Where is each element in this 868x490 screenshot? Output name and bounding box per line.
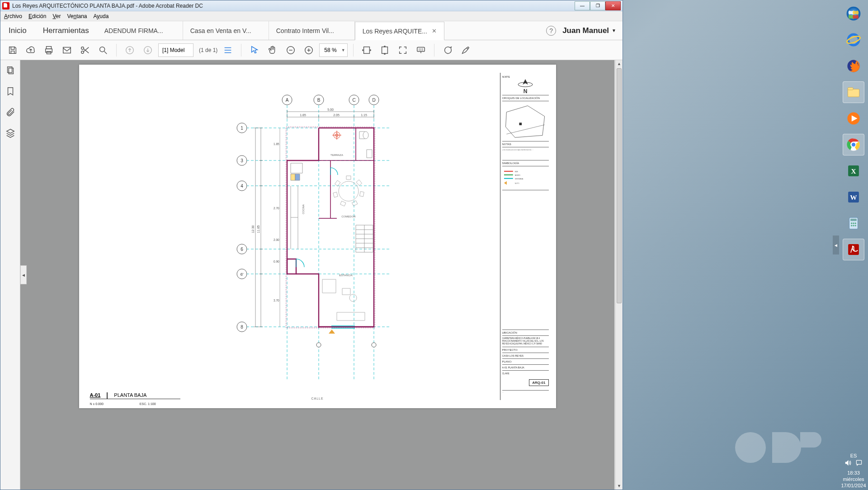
scissors-icon[interactable] <box>77 42 93 58</box>
scroll-up-icon[interactable]: ▲ <box>616 60 623 67</box>
excel-icon[interactable]: X <box>843 160 864 182</box>
menu-edicion[interactable]: Edición <box>28 13 46 19</box>
fit-width-icon[interactable] <box>359 42 374 58</box>
title-bar[interactable]: Los Reyes ARQUITECTÓNICO PLANTA BAJA.pdf… <box>0 0 623 11</box>
zoom-out-icon[interactable] <box>283 42 298 58</box>
tray-date[interactable]: 17/01/2024 <box>841 483 866 488</box>
menu-ayuda[interactable]: Ayuda <box>93 13 108 19</box>
title-block-filler <box>502 192 549 330</box>
search-icon[interactable] <box>95 42 111 58</box>
title-block-footer: ··· <box>502 390 549 398</box>
tab-casa-venta[interactable]: Casa en Venta en V... <box>183 21 269 40</box>
location-title: CROQUIS DE LOCALIZACIÓN <box>502 97 549 101</box>
svg-text:VENTANA: VENTANA <box>514 178 523 180</box>
watermark-logo <box>732 416 832 472</box>
zoom-select[interactable]: 58 %▼ <box>319 43 347 57</box>
proyecto-text: CASA LOS REYES <box>502 354 549 359</box>
tab-label: Casa en Venta en V... <box>190 27 251 34</box>
tab-contrato[interactable]: Contrato Interm Vil... <box>269 21 355 40</box>
fullscreen-icon[interactable] <box>395 42 410 58</box>
collapse-left-rail[interactable]: ◄ <box>20 265 27 284</box>
page-indicator[interactable] <box>158 43 193 57</box>
start-orb[interactable] <box>843 3 864 24</box>
svg-point-22 <box>855 225 856 226</box>
svg-rect-120 <box>291 163 302 173</box>
svg-text:COCINA: COCINA <box>302 204 305 214</box>
viewport[interactable]: A B C D 1 3 4 6 6' 8 <box>20 60 614 490</box>
svg-text:B: B <box>317 98 320 103</box>
svg-text:C: C <box>352 98 355 103</box>
home-row: Inicio Herramientas ADENDUM FIRMA... Cas… <box>0 21 623 40</box>
svg-text:A: A <box>285 98 288 103</box>
svg-rect-45 <box>382 47 387 53</box>
north-compass: NORTE N <box>502 75 549 95</box>
word-icon[interactable]: W <box>843 186 864 208</box>
left-rail <box>0 60 20 490</box>
menu-bar: Archivo Edición Ver Ventana Ayuda <box>0 11 623 21</box>
mail-icon[interactable] <box>59 42 75 58</box>
attachments-panel-icon[interactable] <box>5 107 15 119</box>
media-player-icon[interactable] <box>843 108 864 129</box>
user-menu[interactable]: Juan Manuel▼ <box>562 26 623 35</box>
tray-lang[interactable]: ES <box>850 453 857 458</box>
cloud-upload-icon[interactable] <box>23 42 38 58</box>
clave-label: CLAVE <box>502 372 549 375</box>
read-aloud-icon[interactable] <box>413 42 429 58</box>
tab-los-reyes[interactable]: Los Reyes ARQUITE...✕ <box>355 22 444 40</box>
explorer-icon[interactable] <box>843 81 864 103</box>
sheet-index: A-01 <box>90 392 101 398</box>
svg-text:1.85: 1.85 <box>274 142 279 146</box>
close-button[interactable]: ✕ <box>605 1 621 10</box>
sheet-code-box: ARQ-01 <box>502 376 549 389</box>
svg-text:11.85: 11.85 <box>257 225 260 233</box>
tray-action-center-icon[interactable] <box>855 459 863 467</box>
svg-rect-144 <box>342 288 350 295</box>
notas-label: NOTAS <box>502 143 549 147</box>
tab-close-icon[interactable]: ✕ <box>432 28 437 34</box>
desktop-dock: X W <box>839 0 868 490</box>
bookmark-panel-icon[interactable] <box>5 86 15 98</box>
location-map <box>502 103 549 141</box>
prev-page-icon[interactable] <box>122 42 137 58</box>
proyecto-label: PROYECTO: <box>502 349 549 353</box>
firefox-icon[interactable] <box>843 55 864 77</box>
toolbar: (1 de 1) 58 %▼ <box>0 40 623 60</box>
acrobat-dock-icon[interactable] <box>843 239 864 260</box>
chrome-icon[interactable] <box>843 134 864 155</box>
comment-icon[interactable] <box>440 42 455 58</box>
tray-volume-icon[interactable] <box>844 459 852 467</box>
svg-text:3: 3 <box>241 158 243 163</box>
layers-panel-icon[interactable] <box>5 128 15 140</box>
inicio-button[interactable]: Inicio <box>0 21 35 40</box>
next-page-icon[interactable] <box>140 42 156 58</box>
menu-ver[interactable]: Ver <box>52 13 61 19</box>
tab-adendum[interactable]: ADENDUM FIRMA... <box>97 21 183 40</box>
menu-archivo[interactable]: Archivo <box>4 13 22 19</box>
print-icon[interactable] <box>41 42 57 58</box>
scroll-thumb[interactable] <box>617 68 622 303</box>
herramientas-button[interactable]: Herramientas <box>35 21 97 40</box>
help-icon[interactable]: ? <box>546 26 556 36</box>
pages-panel-icon[interactable] <box>5 66 15 77</box>
zoom-in-icon[interactable] <box>301 42 316 58</box>
svg-rect-129 <box>356 180 362 186</box>
tray-time[interactable]: 18:33 <box>847 470 860 476</box>
fit-page-icon[interactable] <box>377 42 392 58</box>
scroll-down-icon[interactable]: ▼ <box>616 482 623 490</box>
vertical-scrollbar[interactable]: ▲ ▼ <box>615 60 623 490</box>
desktop-peek-arrow[interactable]: ◄ <box>833 236 839 254</box>
sign-icon[interactable] <box>458 42 473 58</box>
hand-icon[interactable] <box>265 42 280 58</box>
plano-text: A-01 PLANTA BAJA <box>502 366 549 371</box>
sheet-subtitle: N ± 0.000 ESC. 1:100 <box>90 402 156 405</box>
minimize-button[interactable]: — <box>575 1 590 10</box>
pointer-icon[interactable] <box>247 42 262 58</box>
ie-icon[interactable] <box>843 29 864 51</box>
maximize-button[interactable]: ❐ <box>590 1 605 10</box>
calculator-icon[interactable] <box>843 212 864 234</box>
menu-ventana[interactable]: Ventana <box>67 13 87 19</box>
svg-point-154 <box>372 343 376 347</box>
save-icon[interactable] <box>5 42 20 58</box>
thumbnails-icon[interactable] <box>220 42 236 58</box>
page-input[interactable] <box>162 47 189 53</box>
